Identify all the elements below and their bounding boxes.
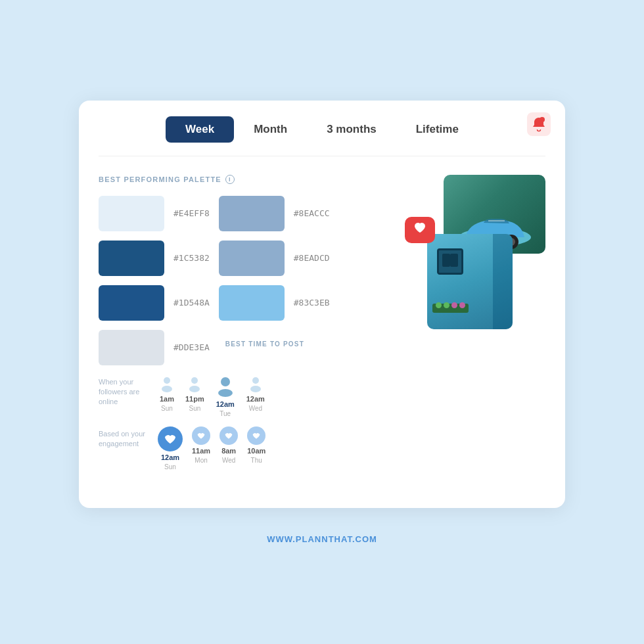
color-swatch-3 (99, 241, 164, 276)
color-swatch-4 (219, 241, 285, 276)
tab-3months[interactable]: 3 months (307, 116, 396, 143)
color-label-1: #E4EFF8 (173, 208, 210, 218)
time-slot-2: 11pm Sun (185, 375, 204, 417)
followers-time-slots: 1am Sun 11pm Sun (158, 375, 265, 417)
day-2: Sun (189, 405, 200, 412)
eng-day-2: Mon (195, 457, 207, 464)
photo-collage (343, 175, 545, 339)
palette-section: BEST PERFORMING PALETTE i #E4EFF8 #8EACC… (99, 175, 330, 480)
day-3: Tue (219, 410, 231, 417)
color-label-5: #1D548A (173, 298, 210, 308)
svg-point-8 (252, 377, 259, 384)
info-icon[interactable]: i (225, 175, 235, 184)
heart-circle-2 (192, 426, 210, 445)
eng-time-4: 10am (247, 447, 265, 455)
heart-circle-4 (247, 426, 265, 445)
color-label-3: #1C5382 (173, 253, 210, 263)
palette-row-4: #DDE3EA BEST TIME TO POST (99, 330, 330, 365)
heart-icon-4 (252, 432, 261, 440)
tab-month[interactable]: Month (234, 116, 307, 143)
heart-circle-3 (219, 426, 238, 445)
main-content: BEST PERFORMING PALETTE i #E4EFF8 #8EACC… (79, 156, 565, 480)
time-1: 1am (160, 395, 174, 403)
svg-point-5 (189, 386, 200, 392)
engagement-slot-1: 12am Sun (158, 426, 183, 471)
heart-icon-primary (164, 433, 177, 445)
heart-popup-icon (402, 214, 442, 256)
followers-label: When your followers are online (99, 375, 151, 407)
engagement-slot-2: 11am Mon (192, 426, 210, 471)
person-icon-4 (246, 375, 265, 393)
tab-week[interactable]: Week (166, 116, 234, 143)
eng-time-2: 11am (192, 447, 210, 455)
palette-row-1: #E4EFF8 #8EACCC (99, 196, 330, 231)
eng-time-3: 8am (221, 447, 236, 455)
svg-point-7 (218, 389, 233, 397)
time-slot-1: 1am Sun (158, 375, 176, 417)
palette-row-3: #1D548A #83C3EB (99, 285, 330, 321)
heart-icon-2 (196, 432, 206, 440)
color-label-4: #8EADCD (294, 253, 330, 263)
main-card: Week Month 3 months Lifetime BEST PERFOR… (79, 101, 565, 508)
notification-icon[interactable] (527, 112, 551, 136)
eng-day-3: Wed (222, 457, 235, 464)
palette-title: BEST PERFORMING PALETTE i (99, 175, 330, 184)
engagement-row: Based on your engagement 12am Sun (99, 426, 330, 471)
person-icon-1 (158, 375, 176, 393)
person-icon-3 (214, 375, 237, 398)
tab-lifetime[interactable]: Lifetime (396, 116, 478, 143)
time-3: 12am (216, 400, 235, 408)
time-4: 12am (246, 395, 265, 403)
followers-online-row: When your followers are online 1am Sun (99, 375, 330, 417)
day-1: Sun (161, 405, 173, 412)
svg-point-1 (540, 117, 545, 122)
palette-row-2: #1C5382 #8EADCD (99, 241, 330, 276)
svg-point-4 (191, 377, 198, 384)
color-label-6: #83C3EB (294, 298, 330, 308)
eng-time-1: 12am (161, 453, 179, 461)
svg-point-3 (162, 386, 172, 392)
color-swatch-2 (219, 196, 285, 231)
color-swatch-1 (99, 196, 164, 231)
svg-point-6 (221, 377, 230, 386)
heart-popup-svg (402, 214, 442, 254)
best-time-title: BEST TIME TO POST (225, 340, 330, 348)
color-swatch-5 (99, 285, 164, 321)
right-section (343, 175, 545, 480)
footer: WWW.PLANNTHAT.COM (267, 534, 377, 544)
day-4: Wed (249, 405, 262, 412)
time-2: 11pm (185, 395, 204, 403)
color-swatch-7 (99, 330, 164, 365)
color-swatch-6 (219, 285, 285, 321)
color-label-7: #DDE3EA (173, 342, 210, 352)
engagement-slot-3: 8am Wed (219, 426, 238, 471)
svg-point-2 (164, 377, 170, 384)
engagement-time-slots: 12am Sun 11am Mon (158, 426, 265, 471)
eng-day-1: Sun (164, 463, 176, 471)
heart-circle-primary (158, 426, 183, 451)
heart-icon-3 (224, 432, 233, 440)
time-slot-4: 12am Wed (246, 375, 265, 417)
engagement-label: Based on your engagement (99, 426, 151, 449)
engagement-slot-4: 10am Thu (247, 426, 265, 471)
tab-bar: Week Month 3 months Lifetime (79, 101, 565, 149)
time-slot-3: 12am Tue (214, 375, 237, 417)
svg-point-9 (250, 386, 261, 392)
person-icon-2 (185, 375, 204, 393)
eng-day-4: Thu (251, 457, 262, 464)
footer-url: WWW.PLANNTHAT.COM (267, 534, 377, 544)
color-label-2: #8EACCC (294, 208, 330, 218)
